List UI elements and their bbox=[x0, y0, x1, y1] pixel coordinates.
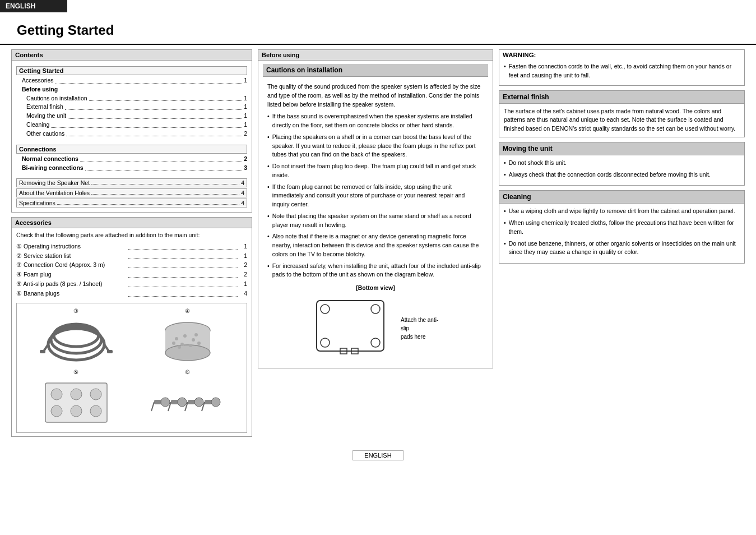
bullet-text: Also note that if there is a magnet or a… bbox=[272, 232, 484, 259]
bullet-icon: • bbox=[504, 239, 506, 257]
svg-point-9 bbox=[165, 345, 210, 361]
list-item: ⑥ Banana plugs 4 bbox=[16, 289, 247, 298]
bullet-icon: • bbox=[504, 159, 506, 168]
svg-point-41 bbox=[321, 338, 330, 347]
bullet-text: Fasten the connection cords to the wall,… bbox=[509, 62, 740, 80]
bullet-icon: • bbox=[267, 232, 270, 259]
img-banana: ⑥ bbox=[133, 369, 242, 428]
toc-section: Contents Getting Started Accessories 1 B… bbox=[11, 49, 252, 213]
bullet-text: Placing the speakers on a shelf or in a … bbox=[272, 133, 484, 159]
item-dots bbox=[128, 289, 238, 297]
cleaning-bullet-1: • Use a wiping cloth and wipe lightly to… bbox=[504, 207, 740, 216]
warning-body: • Fasten the connection cords to the wal… bbox=[499, 60, 744, 85]
main-layout: Contents Getting Started Accessories 1 B… bbox=[0, 49, 756, 441]
warning-bullet-1: • Fasten the connection cords to the wal… bbox=[504, 62, 740, 80]
item-text: ① Operating instructions bbox=[16, 242, 126, 251]
toc-page: 3 bbox=[244, 164, 247, 173]
before-using-section: Before using Cautions on installation Th… bbox=[258, 49, 493, 368]
item-num: 2 bbox=[239, 270, 247, 279]
right-column: WARNING: • Fasten the connection cords t… bbox=[499, 49, 745, 441]
img-pads: ⑤ bbox=[21, 369, 131, 428]
toc-highlight-label: Specifications bbox=[19, 200, 55, 206]
bullet-icon: • bbox=[267, 112, 270, 130]
toc-label: Moving the unit bbox=[26, 112, 66, 121]
toc-label: Before using bbox=[22, 85, 58, 94]
attach-label: Attach the anti-slippads here bbox=[401, 316, 446, 341]
item-dots bbox=[128, 279, 238, 287]
page-title: Getting Started bbox=[0, 12, 756, 45]
toc-page: 1 bbox=[244, 112, 247, 121]
toc-label: Normal connections bbox=[22, 155, 78, 164]
bullet-6: • Also note that if there is a magnet or… bbox=[267, 232, 484, 259]
foam-illustration bbox=[151, 316, 224, 367]
moving-bullet-1: • Do not shock this unit. bbox=[504, 159, 740, 168]
item-num: 2 bbox=[239, 260, 247, 270]
toc-item-other-cautions: Other cautions 2 bbox=[16, 130, 247, 139]
toc-dots bbox=[51, 121, 242, 128]
svg-point-27 bbox=[161, 398, 170, 407]
list-item: ③ Connection Cord (Approx. 3 m) 2 bbox=[16, 260, 247, 270]
toc-highlight-label: Removing the Speaker Net bbox=[19, 179, 90, 186]
toc-item-before-using: Before using bbox=[16, 85, 247, 94]
img-label: ③ bbox=[73, 308, 78, 314]
bullet-4: • If the foam plug cannot be removed or … bbox=[267, 183, 484, 209]
bullet-text: Note that placing the speaker system on … bbox=[272, 212, 484, 230]
bullet-icon: • bbox=[504, 207, 506, 216]
bullet-icon: • bbox=[267, 183, 270, 209]
toc-highlight-ventilation: About the Ventilation Holes 4 bbox=[16, 188, 247, 197]
item-text: ② Service station list bbox=[16, 251, 126, 261]
toc-dots bbox=[55, 76, 243, 84]
svg-point-39 bbox=[321, 305, 330, 313]
footer: ENGLISH bbox=[0, 447, 756, 464]
bullet-7: • For increased safety, when installing … bbox=[267, 262, 484, 280]
toc-label: Accessories bbox=[22, 76, 54, 85]
item-num: 4 bbox=[239, 289, 247, 298]
toc-page: 4 bbox=[241, 179, 244, 186]
toc-group-getting-started: Getting Started bbox=[16, 66, 247, 75]
item-dots bbox=[128, 251, 238, 259]
toc-body: Getting Started Accessories 1 Before usi… bbox=[12, 61, 252, 212]
bullet-text: When using chemically treated cloths, fo… bbox=[509, 219, 740, 237]
bullet-text: Do not shock this unit. bbox=[509, 159, 567, 168]
img-foam: ④ bbox=[133, 308, 242, 367]
bullet-icon: • bbox=[267, 162, 270, 180]
external-finish-section: External finish The surface of the set's… bbox=[499, 90, 745, 137]
banana-plugs-illustration bbox=[151, 377, 224, 428]
external-finish-body: The surface of the set's cabinet uses pa… bbox=[499, 104, 744, 137]
cleaning-bullet-2: • When using chemically treated cloths, … bbox=[504, 219, 740, 237]
bullet-2: • Placing the speakers on a shelf or in … bbox=[267, 133, 484, 159]
svg-point-15 bbox=[178, 345, 181, 349]
toc-page: 2 bbox=[244, 130, 247, 139]
bullet-text: Do not use benzene, thinners, or other o… bbox=[509, 239, 740, 257]
toc-page: 4 bbox=[241, 190, 244, 196]
toc-item-moving: Moving the unit 1 bbox=[16, 112, 247, 121]
bullet-5: • Note that placing the speaker system o… bbox=[267, 212, 484, 230]
item-dots bbox=[128, 270, 238, 278]
bullet-text: If the foam plug cannot be removed or fa… bbox=[272, 183, 484, 209]
middle-column: Before using Cautions on installation Th… bbox=[258, 49, 493, 441]
item-num: 1 bbox=[239, 279, 247, 289]
left-column: Contents Getting Started Accessories 1 B… bbox=[11, 49, 252, 441]
toc-label: Cleaning bbox=[26, 121, 49, 130]
toc-dots bbox=[80, 155, 242, 162]
svg-point-42 bbox=[371, 338, 380, 347]
svg-line-34 bbox=[151, 402, 154, 411]
toc-label: Bi-wiring connections bbox=[22, 164, 84, 173]
accessories-header: Accessories bbox=[12, 218, 252, 228]
item-num: 1 bbox=[239, 242, 247, 251]
cleaning-section: Cleaning • Use a wiping cloth and wipe l… bbox=[499, 190, 745, 264]
toc-label: Cautions on installation bbox=[26, 94, 87, 103]
list-item: ② Service station list 1 bbox=[16, 251, 247, 261]
moving-section: Moving the unit • Do not shock this unit… bbox=[499, 142, 745, 186]
accessories-images: ③ bbox=[16, 303, 247, 433]
warning-header: WARNING: bbox=[499, 50, 744, 60]
cautions-intro: The quality of the sound produced from t… bbox=[267, 82, 484, 109]
toc-dots bbox=[68, 112, 242, 119]
toc-dots bbox=[91, 190, 239, 195]
svg-point-13 bbox=[180, 343, 184, 346]
cleaning-body: • Use a wiping cloth and wipe lightly to… bbox=[499, 204, 744, 263]
cautions-body: The quality of the sound produced from t… bbox=[263, 80, 488, 365]
svg-point-29 bbox=[178, 398, 187, 407]
img-label: ⑥ bbox=[185, 369, 190, 375]
bullet-text: Do not insert the foam plug too deep. Th… bbox=[272, 162, 484, 180]
